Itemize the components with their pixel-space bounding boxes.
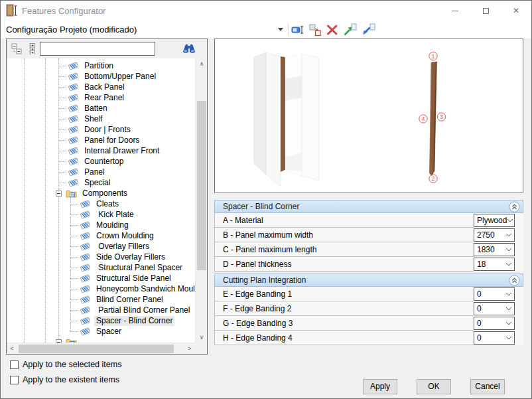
apply-button[interactable]: Apply bbox=[363, 379, 397, 394]
ok-button[interactable]: OK bbox=[417, 379, 451, 394]
chevron-down-icon[interactable] bbox=[505, 248, 512, 252]
e-edge-banding-1-dropdown[interactable]: 0 bbox=[474, 287, 515, 301]
tree-item-overlay-fillers[interactable]: Overlay Fillers bbox=[7, 241, 195, 252]
f-edge-banding-2-dropdown[interactable]: 0 bbox=[474, 302, 515, 315]
section-collapse-button[interactable] bbox=[509, 275, 520, 286]
scrollbar-corner bbox=[195, 343, 207, 354]
tree-item-bottom-upper-panel[interactable]: Bottom/Upper Panel bbox=[7, 71, 195, 82]
import-config-button[interactable] bbox=[361, 23, 375, 37]
tree-item-blind-corner-panel[interactable]: Blind Corner Panel bbox=[7, 294, 195, 305]
chevron-down-icon[interactable] bbox=[505, 307, 512, 311]
tree-item-moulding[interactable]: Moulding bbox=[7, 220, 195, 230]
export-config-icon bbox=[342, 23, 357, 37]
tree-item-side-overlay-fillers[interactable]: Side Overlay Fillers bbox=[7, 252, 195, 262]
tree-item-honeycomb-sandwich-moulding[interactable]: Honeycomb Sandwich Moulding bbox=[7, 283, 195, 294]
maximize-button[interactable] bbox=[470, 1, 501, 21]
h-edge-banding-4-dropdown[interactable]: 0 bbox=[474, 331, 515, 345]
export-config-button[interactable] bbox=[342, 23, 357, 37]
tree-item-panel[interactable]: Panel bbox=[7, 167, 195, 177]
c-panel-maximum-length-dropdown[interactable]: 1830 bbox=[474, 243, 515, 256]
apply-selected-checkbox[interactable] bbox=[10, 360, 19, 369]
property-row-e-edge-banding-1: E - Edge Banding 10 bbox=[215, 287, 523, 301]
minimize-icon bbox=[452, 11, 458, 11]
tree-item-countertop[interactable]: Countertop bbox=[7, 156, 195, 167]
tree-item-components[interactable]: Components bbox=[7, 188, 195, 199]
tree-item-rear-panel[interactable]: Rear Panel bbox=[7, 92, 195, 103]
minimize-button[interactable] bbox=[440, 1, 470, 21]
tree-item-panel-for-doors[interactable]: Panel for Doors bbox=[7, 135, 195, 145]
scroll-down-icon[interactable]: ∨ bbox=[196, 333, 208, 341]
tag-icon bbox=[68, 178, 79, 187]
cancel-button[interactable]: Cancel bbox=[470, 379, 505, 394]
chevron-down-icon[interactable] bbox=[505, 292, 512, 296]
chevron-down-icon[interactable] bbox=[507, 218, 513, 222]
scroll-up-icon[interactable]: ∧ bbox=[196, 60, 208, 68]
tree-item-shelf[interactable]: Shelf bbox=[7, 114, 195, 124]
tag-icon bbox=[80, 295, 91, 304]
chevron-down-icon[interactable] bbox=[278, 28, 283, 31]
section-title: Cutting Plan Integration bbox=[223, 276, 306, 285]
tree-search-input[interactable] bbox=[40, 42, 155, 56]
property-label: D - Panel thickness bbox=[223, 260, 291, 269]
tag-icon bbox=[80, 327, 91, 336]
close-button[interactable]: ✕ bbox=[501, 1, 531, 21]
tag-icon bbox=[80, 252, 91, 262]
chevron-down-icon[interactable] bbox=[505, 262, 512, 266]
tree-item-label: Components bbox=[80, 189, 129, 199]
features-configurator-dialog: Features Configurator ✕ Configuração Pro… bbox=[0, 0, 532, 399]
chevron-down-icon[interactable] bbox=[505, 336, 512, 340]
property-rows: A - MaterialPlywoodB - Panel maximum wid… bbox=[214, 213, 523, 272]
tree-item-back-panel[interactable]: Back Panel bbox=[7, 82, 195, 92]
tag-icon bbox=[80, 242, 91, 251]
section-header-spacer-blind-corner: Spacer - Blind Corner bbox=[214, 200, 523, 213]
tree-item-batten[interactable]: Batten bbox=[7, 103, 195, 114]
tree-item-crown-moulding[interactable]: Crown Moulding bbox=[7, 230, 195, 241]
section-collapse-button[interactable] bbox=[509, 201, 520, 212]
rename-config-button[interactable] bbox=[291, 23, 305, 37]
tree-item-partition[interactable]: Partition bbox=[7, 60, 195, 71]
apply-existent-checkbox[interactable] bbox=[10, 376, 19, 384]
tree-item-label: Spacer bbox=[94, 327, 123, 337]
apply-existent-label: Apply to the existent items bbox=[23, 375, 119, 384]
a-material-dropdown[interactable]: Plywood bbox=[474, 214, 515, 227]
tree-item-label: Countertop bbox=[82, 157, 125, 167]
tree-horizontal-scrollbar[interactable]: < > bbox=[7, 343, 195, 354]
vertical-scrollbar-thumb[interactable] bbox=[197, 101, 206, 270]
expand-all-button[interactable] bbox=[28, 43, 37, 57]
scroll-left-icon[interactable]: < bbox=[8, 343, 16, 355]
tree-item-special[interactable]: Special bbox=[7, 177, 195, 188]
b-panel-maximum-width-dropdown[interactable]: 2750 bbox=[474, 228, 515, 242]
dropdown-value: 0 bbox=[474, 289, 505, 299]
scroll-right-icon[interactable]: > bbox=[186, 343, 194, 355]
tree-item-structural-panel-spacer[interactable]: Structural Panel Spacer bbox=[7, 262, 195, 273]
tree-item-partial-blind-corner-panel[interactable]: Partial Blind Corner Panel bbox=[7, 305, 195, 315]
configuration-combobox[interactable]: Configuração Projeto (modificado) bbox=[6, 25, 137, 35]
collapse-expander-icon[interactable] bbox=[56, 191, 62, 197]
tree-item-cleats[interactable]: Cleats bbox=[7, 199, 195, 209]
tree-item-door-fronts[interactable]: Door | Fronts bbox=[7, 124, 195, 135]
chevron-down-icon[interactable] bbox=[505, 321, 512, 325]
find-button[interactable] bbox=[182, 43, 196, 56]
edge-marker-4: 4 bbox=[421, 116, 425, 122]
tree-connector-line bbox=[58, 177, 66, 183]
chevron-down-icon[interactable] bbox=[505, 233, 512, 237]
tree-vertical-scrollbar[interactable]: ∧ ∨ bbox=[195, 58, 207, 343]
d-panel-thickness-dropdown[interactable]: 18 bbox=[474, 258, 515, 271]
duplicate-config-button[interactable] bbox=[308, 23, 322, 37]
g-edge-banding-3-dropdown[interactable]: 0 bbox=[474, 317, 515, 330]
import-config-icon bbox=[361, 23, 375, 37]
tree-item-label: Partial Blind Corner Panel bbox=[94, 305, 192, 315]
tree-item-spacer-blind-corner[interactable]: Spacer - Blind Corner bbox=[7, 315, 195, 326]
tree-connector-line bbox=[70, 262, 78, 268]
horizontal-scrollbar-thumb[interactable] bbox=[19, 345, 174, 353]
tree-item-internal-drawer-front[interactable]: Internal Drawer Front bbox=[7, 145, 195, 156]
tag-icon bbox=[68, 157, 79, 166]
collapse-all-button[interactable] bbox=[11, 43, 22, 57]
tree-item-folder[interactable] bbox=[7, 337, 195, 343]
tree-item-spacer[interactable]: Spacer bbox=[7, 326, 195, 337]
tree-item-kick-plate[interactable]: Kick Plate bbox=[7, 209, 195, 220]
tree-item-label: Special bbox=[82, 178, 112, 188]
tree-item-structural-side-panel[interactable]: Structural Side Panel bbox=[7, 273, 195, 283]
apply-selected-row: Apply to the selected items bbox=[10, 360, 121, 369]
delete-config-button[interactable] bbox=[325, 23, 340, 37]
